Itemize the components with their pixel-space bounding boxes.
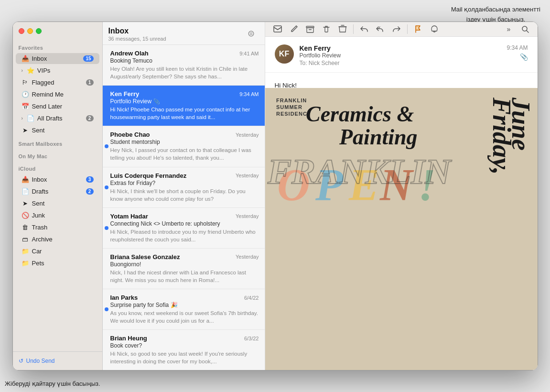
new-message-button[interactable]: [286, 22, 302, 36]
undo-send-icon: ↺: [19, 358, 23, 364]
sidebar-item-icloud-sent[interactable]: ➤ Sent: [16, 198, 99, 209]
undo-send-button[interactable]: ↺ Undo Send: [19, 356, 97, 366]
flag-icon: 🏳: [22, 79, 29, 86]
message-sender: Luis Coderque Fernandez: [110, 172, 187, 179]
reply-button[interactable]: [356, 22, 372, 36]
icloud-archive-icon: 🗃: [22, 236, 29, 243]
message-item[interactable]: Ian Parks 6/4/22 Surprise party for Sofi…: [103, 289, 265, 330]
sidebar-item-icloud-trash[interactable]: 🗑 Trash: [16, 222, 99, 233]
message-subject: Extras for Friday?: [110, 180, 259, 186]
svg-text:Painting: Painting: [339, 125, 418, 149]
vips-label: VIPs: [37, 67, 94, 74]
send-later-icon: 📅: [22, 103, 29, 110]
message-row-top: Brian Heung 6/3/22: [110, 335, 259, 342]
message-preview: As you know, next weekend is our sweet S…: [110, 309, 259, 325]
inbox-label: Inbox: [32, 55, 81, 62]
more-button[interactable]: »: [501, 22, 517, 36]
icloud-sent-label: Sent: [32, 200, 94, 207]
toolbar-sep-2: [407, 24, 408, 34]
message-time: 6/4/22: [244, 295, 259, 301]
undo-send-label: Undo Send: [26, 358, 55, 364]
message-row-top: Yotam Hadar Yesterday: [110, 213, 259, 220]
archive-button[interactable]: [302, 22, 318, 36]
svg-text:June: June: [507, 97, 535, 151]
flag-button[interactable]: [410, 22, 426, 36]
message-row-top: Briana Salese Gonzalez Yesterday: [110, 253, 259, 261]
message-preview: Hi Nick, Pleased to introduce you to my …: [110, 228, 259, 243]
message-sender: Ian Parks: [110, 294, 138, 301]
inbox-icon: 📥: [22, 55, 29, 62]
sidebar-item-icloud-pets[interactable]: 📁 Pets: [16, 258, 99, 269]
attachment-icon: 📎: [520, 53, 528, 61]
all-drafts-label: All Drafts: [37, 115, 83, 122]
email-time: 9:34 AM: [507, 44, 528, 51]
message-preview: Hey Olah! Are you still keen to visit Kr…: [110, 65, 259, 80]
message-item[interactable]: Andrew Olah 9:41 AM Booking Temuco Hey O…: [103, 45, 265, 86]
delete-button[interactable]: [319, 22, 334, 36]
expand-icon: ›: [22, 68, 23, 73]
sidebar-item-remind[interactable]: 🕐 Remind Me: [16, 89, 99, 100]
svg-rect-0: [274, 26, 281, 32]
message-subject: Booking Temuco: [110, 57, 259, 64]
icloud-drafts-label: Drafts: [32, 188, 83, 195]
vip-icon: ⭐: [27, 67, 34, 74]
message-subject: Book cover?: [110, 342, 259, 349]
icloud-inbox-icon: 📥: [22, 176, 29, 183]
sidebar-item-inbox[interactable]: 📥 Inbox 15: [16, 53, 99, 64]
compose-button[interactable]: [270, 22, 285, 36]
on-my-mac-section-label: On My Mac: [13, 149, 102, 161]
app-window: Favorites 📥 Inbox 15 › ⭐ VIPs 🏳 Flagged …: [12, 22, 538, 370]
search-button[interactable]: [518, 22, 533, 36]
zoom-button[interactable]: [36, 28, 42, 34]
email-header-right: 9:34 AM 📎: [507, 44, 528, 61]
traffic-lights: [19, 28, 42, 34]
message-item[interactable]: Briana Salese Gonzalez Yesterday Buongio…: [103, 249, 265, 289]
sidebar-item-icloud-inbox[interactable]: 📥 Inbox 3: [16, 174, 99, 185]
close-button[interactable]: [19, 28, 24, 34]
email-to-line: To: Nick Scheer: [300, 60, 501, 66]
sidebar-item-all-drafts[interactable]: › 📄 All Drafts 2: [16, 113, 99, 124]
mute-button[interactable]: [427, 22, 442, 36]
sidebar-item-icloud-car[interactable]: 📁 Car: [16, 246, 99, 257]
message-item[interactable]: Yotam Hadar Yesterday Connecting Nick <>…: [103, 208, 265, 249]
sidebar-item-icloud-drafts[interactable]: 📄 Drafts 2: [16, 186, 99, 197]
message-preview: Hi Nick, I think we'll be short a couple…: [110, 187, 259, 203]
message-item[interactable]: Luis Coderque Fernandez Yesterday Extras…: [103, 167, 265, 208]
email-body: Hi Nick! Phoebe Chao passed me your cont…: [265, 73, 538, 88]
filter-button[interactable]: ⊜: [244, 27, 259, 40]
sent-icon: ➤: [22, 127, 29, 134]
forward-button[interactable]: [389, 22, 404, 36]
sidebar-item-flagged[interactable]: 🏳 Flagged 1: [16, 77, 99, 88]
annotation-bottom-left: Жіберуді қайтару үшін басыңыз.: [5, 380, 100, 387]
sidebar-item-icloud-junk[interactable]: 🚫 Junk: [16, 210, 99, 221]
message-subject: Student mentorship: [110, 139, 259, 145]
email-recipient: Nick Scheer: [309, 60, 340, 66]
sidebar-item-send-later[interactable]: 📅 Send Later: [16, 101, 99, 112]
message-item[interactable]: Ken Ferry 9:34 AM Portfolio Review📎 Hi N…: [103, 86, 265, 126]
email-subject-line: Portfolio Review: [300, 52, 501, 59]
reply-all-button[interactable]: [373, 22, 388, 36]
icloud-inbox-label: Inbox: [32, 176, 83, 183]
drafts-icon: 📄: [27, 115, 34, 122]
icloud-car-icon: 📁: [22, 248, 29, 255]
message-item[interactable]: Phoebe Chao Yesterday Student mentorship…: [103, 126, 265, 167]
sidebar-item-vips[interactable]: › ⭐ VIPs: [16, 65, 99, 76]
message-subject: Surprise party for Sofia 🎉: [110, 302, 259, 308]
sidebar-item-icloud-archive[interactable]: 🗃 Archive: [16, 234, 99, 245]
junk-button[interactable]: [335, 22, 350, 36]
minimize-button[interactable]: [27, 28, 33, 34]
remind-label: Remind Me: [32, 91, 94, 98]
message-preview: Hey Nick, I passed your contact on to th…: [110, 146, 259, 162]
email-sender-name: Ken Ferry: [300, 44, 501, 52]
message-list-title: Inbox: [108, 27, 166, 35]
sidebar-item-sent[interactable]: ➤ Sent: [16, 125, 99, 136]
icloud-inbox-badge: 3: [86, 176, 94, 183]
message-sender: Brian Heung: [110, 335, 147, 342]
unread-dot: [105, 144, 108, 148]
smart-section-label: Smart Mailboxes: [13, 136, 102, 149]
message-item[interactable]: Brian Heung 6/3/22 Book cover? Hi Nick, …: [103, 330, 265, 370]
svg-text:FRANKLIN: FRANKLIN: [276, 98, 307, 103]
icloud-archive-label: Archive: [32, 236, 94, 243]
message-sender: Briana Salese Gonzalez: [110, 253, 180, 261]
icloud-sent-icon: ➤: [22, 200, 29, 207]
